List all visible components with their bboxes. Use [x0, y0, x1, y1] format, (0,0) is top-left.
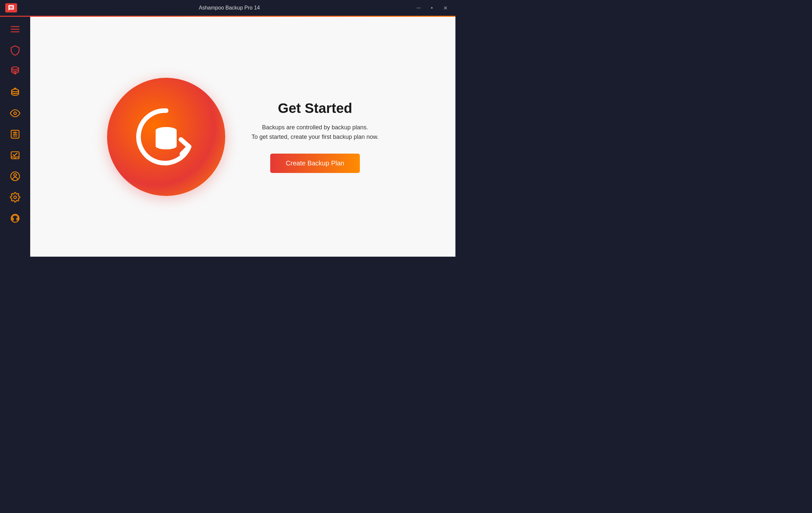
sidebar-item-support[interactable] [5, 208, 25, 228]
chat-button[interactable] [5, 3, 17, 12]
svg-point-4 [11, 89, 19, 92]
get-started-title: Get Started [278, 100, 352, 116]
title-bar: Ashampoo Backup Pro 14 ─ ▪ ✕ [0, 0, 456, 16]
minimize-button[interactable]: ─ [414, 4, 423, 12]
sidebar-item-menu[interactable] [5, 19, 25, 39]
app-title: Ashampoo Backup Pro 14 [45, 5, 414, 11]
svg-point-15 [14, 196, 17, 199]
svg-point-14 [14, 174, 17, 176]
svg-point-5 [14, 112, 17, 115]
main-content: Get Started Backups are controlled by ba… [30, 17, 456, 256]
create-backup-plan-button[interactable]: Create Backup Plan [270, 154, 360, 173]
sidebar-item-disk[interactable] [5, 145, 25, 165]
get-started-text: Get Started Backups are controlled by ba… [252, 100, 379, 173]
svg-point-3 [11, 67, 19, 69]
svg-point-12 [15, 158, 16, 159]
svg-point-20 [156, 143, 177, 149]
sidebar-item-tasks[interactable] [5, 124, 25, 144]
sidebar-item-account[interactable] [5, 167, 25, 186]
sidebar-item-settings[interactable] [5, 187, 25, 207]
backup-icon-circle [107, 78, 225, 196]
main-layout: Get Started Backups are controlled by ba… [0, 17, 456, 256]
sidebar-item-monitor[interactable] [5, 103, 25, 123]
sidebar-item-backup[interactable] [5, 40, 25, 60]
sidebar-item-upload[interactable] [5, 82, 25, 102]
maximize-button[interactable]: ▪ [428, 4, 435, 12]
get-started-description: Backups are controlled by backup plans. … [252, 123, 379, 142]
close-button[interactable]: ✕ [441, 4, 450, 12]
backup-icon-inner [130, 101, 202, 173]
get-started-panel: Get Started Backups are controlled by ba… [30, 65, 456, 209]
window-controls: ─ ▪ ✕ [414, 4, 450, 12]
sidebar [0, 17, 30, 256]
sidebar-item-restore[interactable] [5, 61, 25, 81]
